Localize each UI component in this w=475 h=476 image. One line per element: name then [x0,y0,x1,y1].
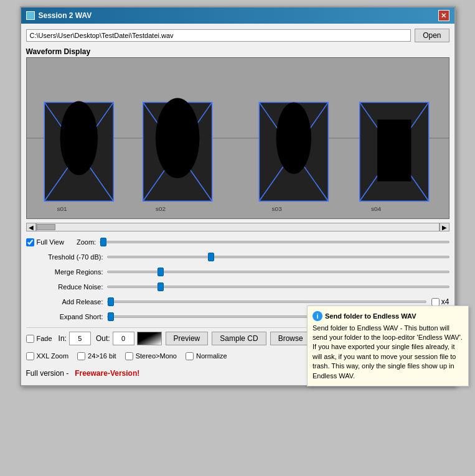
tooltip-title-text: Send folder to Endless WAV [325,312,416,320]
fade-label: Fade [37,335,52,342]
reduce-noise-label: Reduce Noise: [26,283,107,291]
scrollbar-thumb[interactable] [37,224,55,230]
bit-text: 24>16 bit [88,352,116,360]
gradient-preview [137,332,162,345]
add-release-slider[interactable] [107,301,426,303]
zoom-label: Zoom: [77,238,96,246]
tooltip-title: i Send folder to Endless WAV [313,311,463,321]
tooltip-text: Send folder to Endless WAV - This button… [313,324,463,381]
treshold-slider[interactable] [107,256,449,258]
svg-point-16 [276,102,311,174]
full-view-checkbox-label[interactable]: Full View [26,238,64,246]
bit-checkbox[interactable] [77,352,85,360]
svg-text:s04: s04 [370,205,381,212]
sample-cd-button[interactable]: Sample CD [212,332,266,345]
treshold-label: Treshold (-70 dB): [26,253,107,261]
reduce-noise-row: Reduce Noise: [26,280,449,294]
svg-rect-21 [377,119,410,181]
merge-regions-slider[interactable] [107,271,449,273]
treshold-row: Treshold (-70 dB): [26,250,449,264]
info-icon: i [313,311,322,321]
open-button[interactable]: Open [415,29,449,42]
scrollbar-track[interactable] [36,223,440,231]
fade-out-input[interactable] [113,332,134,345]
fade-in-input[interactable] [69,332,91,345]
xxl-zoom-checkbox[interactable] [26,352,34,360]
svg-text:s03: s03 [271,205,282,212]
merge-regions-label: Merge Regions: [26,268,107,276]
out-label: Out: [96,334,110,343]
browse-button[interactable]: Browse [270,332,311,345]
title-bar-left: Session 2 WAV [26,11,92,20]
normalize-label[interactable]: Normalize [186,352,227,360]
svg-text:s01: s01 [57,205,67,212]
zoom-slider[interactable] [100,241,449,243]
normalize-text: Normalize [196,352,227,360]
full-version-text: Full version - [26,369,69,378]
svg-point-6 [60,101,98,175]
svg-point-11 [155,98,199,179]
preview-button[interactable]: Preview [166,332,209,345]
normalize-checkbox[interactable] [186,352,194,360]
in-label: In: [59,334,67,343]
x4-checkbox[interactable] [431,298,440,306]
waveform-svg: s01 s02 s03 s04 [27,58,449,218]
svg-text:s02: s02 [155,205,166,212]
fade-section: Fade In: Out: [26,332,162,345]
full-view-row: Full View Zoom: [26,235,449,249]
file-row: Open [26,29,449,42]
merge-regions-row: Merge Regions: [26,265,449,279]
full-view-label: Full View [37,238,64,246]
xxl-zoom-label[interactable]: XXL Zoom [26,352,69,360]
scroll-left-button[interactable]: ◀ [26,223,36,231]
close-button[interactable]: ✕ [438,10,449,21]
bit-label[interactable]: 24>16 bit [77,352,116,360]
stereo-mono-checkbox[interactable] [125,352,133,360]
expand-short-label: Expand Short: [26,313,107,320]
freeware-text: Freeware-Version! [75,369,139,378]
tooltip-box: i Send folder to Endless WAV Send folder… [307,306,469,386]
add-release-label: Add Release: [26,298,107,306]
title-bar: Session 2 WAV ✕ [21,7,454,24]
stereo-mono-label[interactable]: Stereo>Mono [125,352,177,360]
waveform-section: Waveform Display [26,47,449,219]
waveform-label: Waveform Display [26,47,449,56]
window-icon [26,11,35,20]
fade-checkbox-label[interactable]: Fade [26,335,52,343]
scroll-right-button[interactable]: ▶ [440,223,449,231]
stereo-mono-text: Stereo>Mono [136,352,177,360]
window-title: Session 2 WAV [39,11,92,20]
full-view-checkbox[interactable] [26,238,34,246]
xxl-zoom-text: XXL Zoom [37,352,69,360]
fade-checkbox[interactable] [26,335,34,343]
reduce-noise-slider[interactable] [107,286,449,288]
file-path-input[interactable] [26,29,412,42]
scrollbar-row: ◀ ▶ [26,223,449,231]
waveform-display[interactable]: s01 s02 s03 s04 [26,57,449,219]
